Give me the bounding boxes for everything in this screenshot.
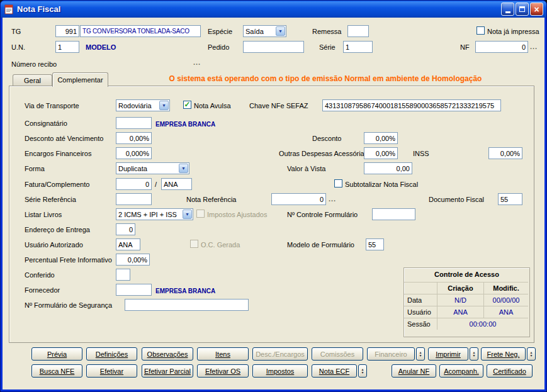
nf-label: NF <box>460 43 470 52</box>
endereco-de-entrega-field[interactable] <box>116 223 135 235</box>
nota-referencia-field[interactable] <box>271 193 326 205</box>
controle-de-acesso-title: Controle de Acesso <box>404 268 529 282</box>
efetivar-button[interactable]: Efetivar <box>86 364 137 378</box>
oc-gerada-checkbox: ✓ <box>190 240 198 248</box>
encargos-financeiros-field[interactable] <box>116 147 152 159</box>
un-field[interactable] <box>55 41 79 53</box>
chave-nfe-label: Chave NFe SEFAZ <box>249 102 308 110</box>
tab-complementar[interactable]: Complementar <box>52 72 108 87</box>
modelo-label: MODELO <box>86 43 116 52</box>
window-title: Nota Fiscal <box>17 4 60 14</box>
valor-a-vista-field[interactable] <box>364 162 412 174</box>
nota-avulsa-checkbox[interactable]: ✓ <box>183 101 191 109</box>
subtotalizar-label: Subtotalizar Nota Fiscal <box>345 181 418 189</box>
pedido-field[interactable] <box>243 41 304 53</box>
modelo-de-formulario-field[interactable] <box>366 238 384 250</box>
n-formulario-seguranca-field[interactable] <box>125 299 249 311</box>
frete-neg-options-button[interactable]: ▴▾ <box>527 347 536 361</box>
via-de-transporte-value: Rodoviária <box>118 102 158 109</box>
fatura-complemento-label: Fatura/Complemento <box>25 181 89 189</box>
impostos-button[interactable]: Impostos <box>252 364 308 378</box>
acc-data-label: Data <box>404 294 437 306</box>
nota-ja-impressa-checkbox[interactable]: ✓ <box>477 26 485 35</box>
percentual-frete-field[interactable] <box>116 254 150 266</box>
remessa-field[interactable] <box>347 25 369 37</box>
n-controle-formulario-field[interactable] <box>372 208 415 220</box>
acc-header-modific: Modific. <box>483 282 528 294</box>
frete-neg-button[interactable]: Frete Neg. <box>481 347 526 361</box>
outras-despesas-field[interactable] <box>364 147 398 159</box>
efetivar-parcial-button[interactable]: Efetivar Parcial <box>142 364 193 378</box>
imprimir-button[interactable]: Imprimir <box>428 347 468 361</box>
anular-nf-button[interactable]: Anular NF <box>392 364 436 378</box>
acc-header-blank <box>404 282 437 294</box>
remessa-label: Remessa <box>312 28 341 36</box>
acc-sessao-label: Sessão <box>404 318 437 330</box>
fatura-complemento-field[interactable] <box>161 178 192 190</box>
nf-field[interactable] <box>475 41 528 53</box>
n-controle-formulario-label: Nº Controle Formulário <box>287 211 358 219</box>
complementar-panel: Via de Transporte Rodoviária ▼ ✓ Nota Av… <box>9 86 534 343</box>
via-de-transporte-select[interactable]: Rodoviária ▼ <box>116 99 170 111</box>
acompanh-button[interactable]: Acompanh. <box>439 364 483 378</box>
certificado-button[interactable]: Certificado <box>487 364 533 378</box>
busca-nfe-button[interactable]: Busca NFE <box>31 364 82 378</box>
numero-recibo-more-button[interactable]: ... <box>193 59 201 65</box>
efetivar-os-button[interactable]: Efetivar OS <box>197 364 249 378</box>
desconto-field[interactable] <box>364 132 398 144</box>
maximize-button[interactable] <box>516 3 529 16</box>
endereco-de-entrega-label: Endereço de Entrega <box>25 226 90 234</box>
serie-field[interactable] <box>343 41 373 53</box>
tg-label: TG <box>11 28 21 36</box>
desconto-ate-vencimento-label: Desconto até Vencimento <box>25 135 103 143</box>
previa-button[interactable]: Prévia <box>31 347 82 361</box>
documento-fiscal-field[interactable] <box>498 193 522 205</box>
forma-select[interactable]: Duplicata ▼ <box>116 162 189 174</box>
usuario-autorizado-field[interactable] <box>116 238 140 250</box>
consignatario-field[interactable] <box>116 117 152 129</box>
desconto-ate-vencimento-field[interactable] <box>116 132 152 144</box>
tab-geral[interactable]: Geral <box>13 74 52 86</box>
listar-livros-select[interactable]: 2 ICMS + IPI + ISS ▼ <box>116 208 193 220</box>
nf-more-button[interactable]: ... <box>530 43 538 50</box>
especie-value: Saída <box>245 28 274 35</box>
close-button[interactable]: × <box>530 3 543 16</box>
acc-usuario-modific: ANA <box>483 306 528 318</box>
nota-ecf-button[interactable]: Nota ECF <box>312 364 357 378</box>
tab-complementar-label: Complementar <box>57 76 103 84</box>
tg-name-field[interactable] <box>80 25 201 37</box>
fornecedor-field[interactable] <box>116 284 152 296</box>
serie-referencia-label: Série Referência <box>25 196 76 204</box>
nota-ja-impressa-label: Nota já impressa <box>487 28 539 36</box>
serie-referencia-field[interactable] <box>116 193 152 205</box>
imprimir-options-button[interactable]: ▴▾ <box>470 347 478 361</box>
tg-code-field[interactable] <box>55 25 79 37</box>
consignatario-company-label: EMPRESA BRANCA <box>155 120 215 128</box>
inss-label: INSS <box>413 150 429 158</box>
observacoes-button[interactable]: Observações <box>142 347 193 361</box>
definicoes-button[interactable]: Definições <box>86 347 137 361</box>
n-formulario-seguranca-label: Nº Formulário de Segurança <box>25 301 112 310</box>
impostos-ajustados-label: Impostos Ajustados <box>207 211 267 219</box>
acc-header-criacao: Criação <box>437 282 483 294</box>
impostos-ajustados-checkbox: ✓ <box>196 210 205 218</box>
conferido-field[interactable] <box>116 269 130 281</box>
subtotalizar-checkbox[interactable]: ✓ <box>334 179 342 188</box>
controle-de-acesso-groupbox: Controle de Acesso Criação Modific. Data… <box>403 267 530 337</box>
acc-usuario-label: Usuário <box>404 306 437 318</box>
nota-referencia-more-button[interactable]: ... <box>329 196 336 202</box>
financeiro-options-button[interactable]: ▴▾ <box>416 347 425 361</box>
fatura-field[interactable] <box>116 178 152 190</box>
modelo-de-formulario-label: Modelo de Formulário <box>287 241 354 249</box>
chevron-down-icon: ▼ <box>159 101 169 110</box>
minimize-button[interactable] <box>501 3 514 16</box>
chave-nfe-field[interactable] <box>322 99 501 111</box>
itens-button[interactable]: Itens <box>197 347 249 361</box>
especie-select[interactable]: Saída ▼ <box>243 25 286 37</box>
nota-ecf-options-button[interactable]: ▴▾ <box>358 364 367 378</box>
nota-referencia-label: Nota Referência <box>186 196 237 204</box>
inss-field[interactable] <box>488 147 522 159</box>
comissoes-button: Comissões <box>312 347 363 361</box>
acc-data-modific: 00/00/00 <box>483 294 528 306</box>
tab-geral-label: Geral <box>24 77 41 84</box>
